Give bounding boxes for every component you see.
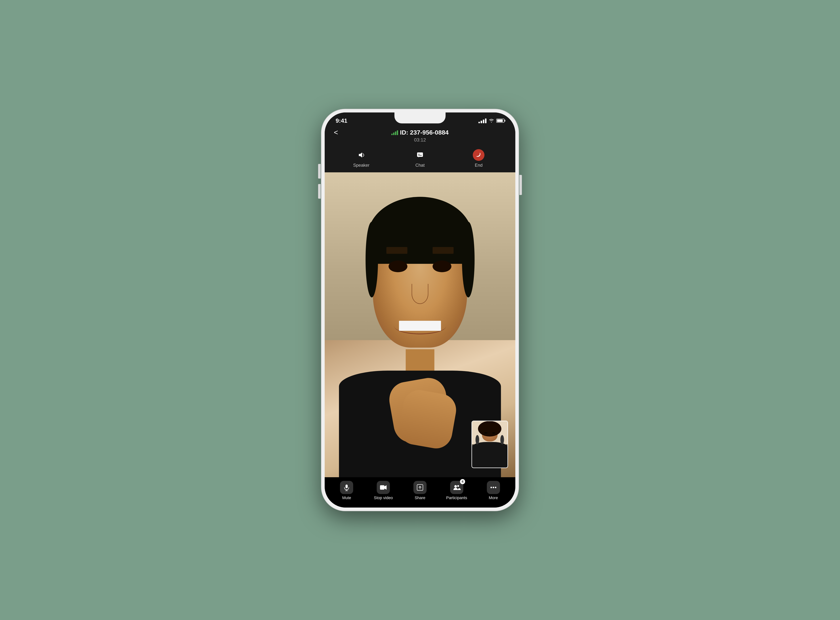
status-icons [479,118,504,123]
stop-video-button[interactable]: Stop video [370,481,396,500]
chat-button[interactable]: Chat [409,149,431,168]
mute-button[interactable]: Mute [334,481,359,500]
svg-point-11 [491,487,492,488]
end-call-icon [473,149,485,161]
signal-icon [479,118,486,123]
bottom-controls: Mute Stop video [325,477,515,507]
more-label: More [489,495,498,500]
end-call-button[interactable]: End [468,149,489,168]
end-label: End [475,163,483,168]
speaker-icon [355,149,367,161]
self-view-content [472,421,507,468]
call-duration: 03:12 [334,137,506,143]
share-icon [413,481,427,494]
speaker-label: Speaker [353,163,369,168]
svg-point-9 [454,485,457,488]
battery-icon [496,119,504,123]
call-header: < ID: 237-956-0884 03:12 [325,127,515,146]
phone-screen: 9:41 [325,113,515,507]
self-view-video[interactable] [471,421,508,468]
wifi-icon [489,119,494,123]
share-button[interactable]: Share [407,481,433,500]
call-id-text: ID: 237-956-0884 [400,129,449,136]
more-icon [487,481,500,494]
volume-up-button[interactable] [318,164,321,179]
participants-label: Participants [446,495,467,500]
video-area [325,172,515,477]
svg-rect-0 [417,152,423,157]
mic-icon [340,481,353,494]
participants-icon: 4 [450,481,463,494]
svg-point-10 [457,485,459,487]
chat-icon [414,149,426,161]
phone-device: 9:41 [321,109,519,511]
call-signal-icon [391,130,398,135]
power-button[interactable] [519,175,522,195]
share-label: Share [415,495,426,500]
speaker-button[interactable]: Speaker [351,149,372,168]
volume-down-button[interactable] [318,184,321,199]
stop-video-label: Stop video [374,495,393,500]
top-controls: Speaker Chat [325,146,515,172]
participants-button[interactable]: 4 Participants [444,481,470,500]
status-time: 9:41 [336,117,347,124]
svg-rect-3 [345,485,348,488]
call-nav: < ID: 237-956-0884 [334,129,506,136]
svg-rect-1 [418,154,420,155]
svg-point-13 [495,487,496,488]
participants-count-badge: 4 [460,479,465,484]
back-button[interactable]: < [334,128,338,137]
more-button[interactable]: More [481,481,506,500]
mute-label: Mute [342,495,351,500]
video-icon [377,481,390,494]
call-id: ID: 237-956-0884 [391,129,449,136]
svg-point-12 [493,487,494,488]
svg-rect-6 [380,485,384,490]
chat-label: Chat [415,163,425,168]
notch [394,113,446,123]
svg-rect-2 [418,155,422,155]
